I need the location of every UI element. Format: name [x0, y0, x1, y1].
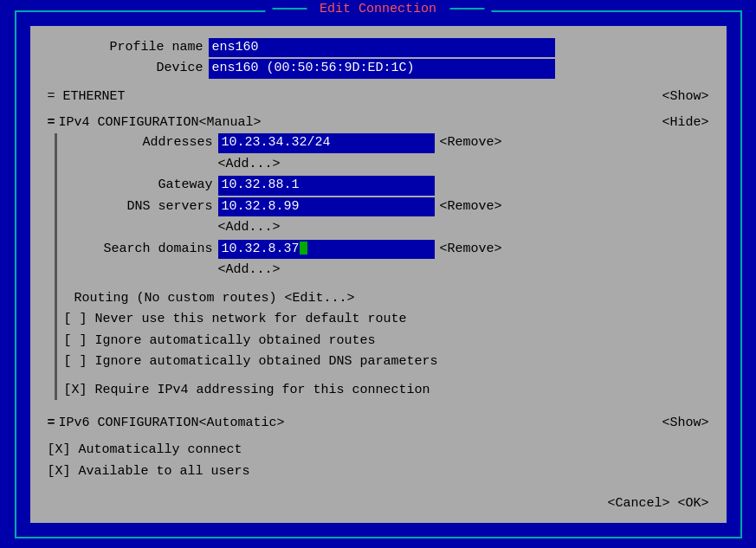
gateway-value[interactable]: 10.32.88.1 [218, 176, 435, 196]
all-users-row[interactable]: [X] Available to all users [48, 462, 709, 482]
device-row: Device ens160 (00:50:56:9D:ED:1C) [48, 59, 709, 79]
search-remove[interactable]: <Remove> [440, 240, 502, 260]
device-value[interactable]: ens160 (00:50:56:9D:ED:1C) [209, 59, 555, 79]
dns-add[interactable]: <Add...> [218, 218, 281, 238]
checkbox3-text[interactable]: [ ] Ignore automatically obtained DNS pa… [64, 354, 438, 369]
ipv6-header: = IPv6 CONFIGURATION <Automatic> <Show> [48, 416, 709, 430]
dns-label: DNS servers [57, 197, 213, 217]
gateway-row: Gateway 10.32.88.1 [57, 176, 709, 196]
ok-button[interactable]: <OK> [677, 496, 708, 511]
search-add[interactable]: <Add...> [218, 261, 281, 280]
device-label: Device [48, 59, 204, 79]
search-value[interactable]: 10.32.8.37 [218, 240, 435, 260]
addresses-label: Addresses [57, 133, 213, 153]
checkbox3-row[interactable]: [ ] Ignore automatically obtained DNS pa… [64, 352, 709, 372]
checkbox2-text[interactable]: [ ] Ignore automatically obtained routes [64, 333, 376, 348]
ipv4-label: IPv4 CONFIGURATION [59, 115, 199, 130]
search-value-text: 10.32.8.37 [222, 242, 300, 256]
dns-value[interactable]: 10.32.8.99 [218, 197, 435, 217]
routing-text[interactable]: Routing (No custom routes) <Edit...> [74, 291, 355, 306]
gateway-label: Gateway [57, 176, 213, 196]
text-cursor [300, 242, 307, 255]
cancel-button[interactable]: <Cancel> [607, 496, 669, 511]
addresses-add-row: <Add...> [57, 155, 709, 175]
ipv4-mode[interactable]: <Manual> [199, 115, 262, 130]
ipv6-show[interactable]: <Show> [662, 416, 708, 430]
ipv6-mode[interactable]: <Automatic> [199, 416, 285, 430]
dns-remove[interactable]: <Remove> [440, 197, 502, 217]
ipv6-label: IPv6 CONFIGURATION [59, 416, 199, 430]
addresses-remove[interactable]: <Remove> [440, 133, 502, 153]
bottom-buttons: <Cancel> <OK> [607, 496, 708, 511]
title-text: Edit Connection [320, 2, 436, 16]
ethernet-show[interactable]: <Show> [662, 87, 708, 107]
addresses-add[interactable]: <Add...> [218, 155, 281, 175]
ipv4-toggle[interactable]: = [48, 115, 55, 130]
dialog-title: Edit Connection [265, 2, 491, 16]
ipv4-header: = IPv4 CONFIGURATION <Manual> <Hide> [48, 115, 709, 130]
auto-connect-text[interactable]: [X] Automatically connect [48, 442, 242, 457]
checkbox2-row[interactable]: [ ] Ignore automatically obtained routes [64, 332, 709, 351]
ipv6-toggle[interactable]: = [48, 416, 55, 430]
dialog-window: Edit Connection Profile name ens160 Devi… [15, 10, 742, 538]
all-users-text[interactable]: [X] Available to all users [48, 464, 250, 479]
profile-name-label: Profile name [48, 38, 204, 58]
dns-row: DNS servers 10.32.8.99 <Remove> [57, 197, 709, 217]
profile-name-row: Profile name ens160 [48, 38, 709, 58]
ethernet-row: = ETHERNET <Show> [48, 87, 709, 107]
checkbox4-text[interactable]: [X] Require IPv4 addressing for this con… [64, 383, 430, 397]
checkbox1-text[interactable]: [ ] Never use this network for default r… [64, 312, 407, 326]
ipv4-body: Addresses 10.23.34.32/24 <Remove> <Add..… [55, 133, 709, 400]
checkbox4-row[interactable]: [X] Require IPv4 addressing for this con… [64, 381, 709, 401]
ipv4-hide[interactable]: <Hide> [662, 115, 708, 130]
addresses-row: Addresses 10.23.34.32/24 <Remove> [57, 133, 709, 153]
routing-row[interactable]: Routing (No custom routes) <Edit...> [74, 289, 709, 309]
dialog-content: Profile name ens160 Device ens160 (00:50… [30, 26, 727, 523]
auto-connect-row[interactable]: [X] Automatically connect [48, 441, 709, 461]
dns-add-row: <Add...> [57, 218, 709, 238]
ethernet-label: = ETHERNET [48, 87, 126, 107]
search-row: Search domains 10.32.8.37 <Remove> [57, 240, 709, 260]
addresses-value[interactable]: 10.23.34.32/24 [218, 133, 435, 153]
profile-name-value[interactable]: ens160 [209, 38, 555, 58]
checkbox1-row[interactable]: [ ] Never use this network for default r… [64, 310, 709, 330]
search-add-row: <Add...> [57, 261, 709, 280]
search-label: Search domains [57, 240, 213, 260]
